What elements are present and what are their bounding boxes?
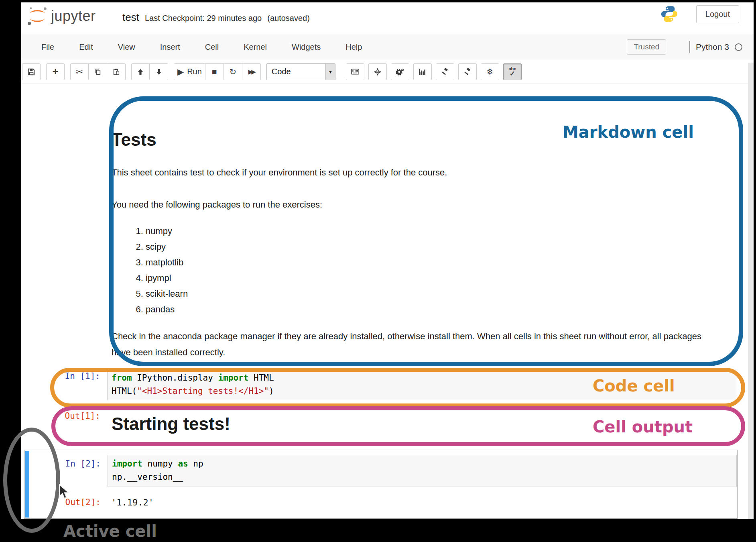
code-input-2[interactable]: import numpy as npnp.__version__	[108, 455, 737, 487]
autosaved-text: (autosaved)	[267, 14, 310, 23]
restart-icon: ↻	[230, 67, 237, 76]
toolbar: + ✂	[21, 60, 754, 84]
output-prompt-2: Out[2]:	[24, 497, 101, 507]
paste-icon	[113, 68, 120, 75]
jupyter-logo-icon	[26, 6, 49, 26]
markdown-paragraph-2: You need the following packages to run t…	[112, 197, 711, 213]
menu-item-help[interactable]: Help	[345, 43, 362, 52]
add-cell-button[interactable]: +	[46, 63, 65, 80]
notebook-title-area: test Last Checkpoint: 29 minutes ago (au…	[122, 11, 310, 24]
list-item: ipympl	[146, 270, 711, 286]
save-icon	[28, 68, 35, 75]
list-item: scipy	[146, 239, 711, 255]
list-item: pandas	[146, 302, 711, 317]
stop-icon: ■	[212, 67, 217, 76]
gavel-icon	[441, 68, 449, 75]
header: jupyter test Last Checkpoint: 29 minutes…	[21, 2, 754, 34]
freeze-cell-button[interactable]: ❄	[481, 63, 499, 80]
run-label: Run	[187, 67, 202, 76]
input-prompt-1: In [1]:	[21, 371, 100, 381]
paste-cell-button[interactable]	[107, 63, 126, 80]
restart-run-all-button[interactable]: ▶▶	[242, 63, 261, 80]
command-palette-button[interactable]	[346, 63, 364, 80]
output-heading-1: Starting tests!	[112, 415, 230, 433]
kernel-name: Python 3	[696, 42, 729, 52]
jupyter-logo-text: jupyter	[51, 8, 96, 24]
input-prompt-2: In [2]:	[24, 459, 101, 469]
annotation-active-label: Active cell	[63, 522, 157, 540]
active-code-cell[interactable]: In [2]: import numpy as npnp.__version__…	[24, 450, 738, 519]
interrupt-kernel-button[interactable]: ■	[205, 63, 224, 80]
run-cell-button[interactable]: ▶ Run	[174, 63, 205, 80]
spellcheck-icon: abc ✓	[508, 67, 516, 77]
cut-cell-button[interactable]: ✂	[70, 63, 89, 80]
variable-inspector-button[interactable]	[413, 63, 432, 80]
plus-icon: +	[52, 65, 58, 78]
menu-item-insert[interactable]: Insert	[160, 43, 180, 52]
list-item: matplotlib	[146, 255, 711, 270]
cell-type-select[interactable]: Code ▼	[266, 63, 335, 80]
copy-cell-button[interactable]	[89, 63, 107, 80]
nbextensions-config-button[interactable]	[391, 63, 409, 80]
jupyter-logo[interactable]: jupyter	[26, 6, 96, 26]
python-logo-icon	[660, 5, 679, 23]
arrow-up-icon	[137, 69, 144, 75]
menu-item-edit[interactable]: Edit	[79, 43, 93, 52]
notebook-app-window: jupyter test Last Checkpoint: 29 minutes…	[21, 2, 754, 519]
markdown-paragraph-1: This sheet contains test to check if you…	[112, 165, 711, 181]
kernel-divider	[689, 41, 690, 53]
markdown-paragraph-3: Check in the anaconda package manager if…	[112, 328, 711, 361]
logout-button[interactable]: Logout	[696, 5, 739, 23]
gavel-icon	[464, 68, 471, 75]
list-item: numpy	[146, 223, 711, 239]
code-input-1[interactable]: from IPython.display import HTMLHTML("<H…	[107, 369, 736, 400]
save-button[interactable]	[22, 63, 41, 80]
play-icon: ▶	[177, 67, 184, 76]
menu-item-cell[interactable]: Cell	[205, 43, 219, 52]
markdown-cell[interactable]: Tests This sheet contains test to check …	[112, 131, 711, 361]
nbextension-star-button[interactable]	[368, 63, 387, 80]
spellcheck-toggle-button[interactable]: abc ✓	[503, 63, 522, 80]
markdown-heading: Tests	[112, 131, 711, 149]
restart-kernel-button[interactable]: ↻	[224, 63, 242, 80]
package-list: numpy scipy matplotlib ipympl scikit-lea…	[112, 223, 711, 317]
menu-item-view[interactable]: View	[118, 43, 135, 52]
command-palette-star-icon	[374, 68, 381, 75]
list-item: scikit-learn	[146, 286, 711, 302]
fast-forward-icon: ▶▶	[248, 68, 254, 75]
menu-item-kernel[interactable]: Kernel	[244, 43, 267, 52]
vertical-scrollbar[interactable]	[748, 63, 754, 519]
snowflake-icon: ❄	[486, 67, 494, 76]
notebook-title[interactable]: test	[122, 11, 139, 24]
gavel-button-1[interactable]	[436, 63, 454, 80]
menu-list: File Edit View Insert Cell Kernel Widget…	[41, 43, 362, 52]
cell-type-value: Code	[267, 67, 325, 76]
gears-icon	[396, 68, 404, 75]
menu-item-file[interactable]: File	[41, 43, 54, 52]
notebook-area: Tests This sheet contains test to check …	[21, 84, 754, 519]
arrow-down-icon	[156, 69, 162, 75]
output-value-2: '1.19.2'	[111, 497, 154, 507]
chevron-down-icon: ▼	[325, 64, 335, 80]
menubar: File Edit View Insert Cell Kernel Widget…	[21, 34, 754, 60]
scissors-icon: ✂	[76, 67, 83, 76]
output-prompt-1: Out[1]:	[21, 411, 100, 421]
move-cell-up-button[interactable]	[131, 63, 150, 80]
chart-icon	[419, 68, 426, 75]
gavel-button-2[interactable]	[458, 63, 477, 80]
trusted-button[interactable]: Trusted	[627, 39, 666, 55]
checkpoint-text: Last Checkpoint: 29 minutes ago	[145, 14, 262, 23]
menu-item-widgets[interactable]: Widgets	[292, 43, 321, 52]
kernel-idle-icon	[735, 43, 742, 51]
copy-icon	[94, 68, 101, 75]
keyboard-icon	[351, 69, 359, 75]
move-cell-down-button[interactable]	[150, 63, 168, 80]
